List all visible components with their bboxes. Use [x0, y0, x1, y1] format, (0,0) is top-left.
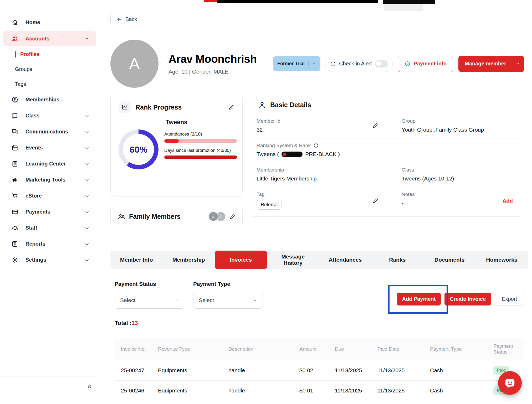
sidebar-item-class[interactable]: Class: [0, 108, 99, 124]
family-avatar: Z: [208, 211, 218, 221]
info-icon[interactable]: [313, 143, 319, 148]
chevron-down-icon: [84, 177, 90, 183]
screen-artifact-bar-2: [383, 0, 435, 4]
edit-family-pencil-icon[interactable]: [229, 214, 236, 220]
tab-invoices[interactable]: Invoices: [215, 251, 267, 269]
active-indicator-bar: [15, 51, 16, 58]
table-row[interactable]: 25-00247 Equipments handle $0.02 11/13/2…: [115, 360, 524, 381]
tab-documents[interactable]: Documents: [423, 251, 476, 269]
back-arrow-icon: [116, 17, 122, 22]
detail-row-ranking: Ranking System & Rank Tweens ( PRE-BLACK…: [250, 138, 524, 163]
sidebar-item-label: Communications: [25, 129, 68, 135]
info-icon[interactable]: [330, 61, 336, 67]
add-payment-button[interactable]: Add Payment: [397, 293, 441, 305]
sidebar-item-label: Reports: [25, 241, 45, 247]
edit-member-id-pencil-icon[interactable]: [372, 123, 378, 129]
sidebar-item-home[interactable]: Home: [0, 14, 99, 30]
family-group-icon: [117, 213, 125, 220]
chevron-down-icon: [84, 145, 90, 151]
sidebar-item-learning-center[interactable]: Learning Center: [0, 156, 99, 172]
sidebar-item-profiles[interactable]: Profiles: [0, 47, 99, 62]
checkin-alert-label: Check-in Alert: [339, 61, 372, 67]
payment-type-select[interactable]: Select: [193, 292, 263, 309]
tab-member-info[interactable]: Member Info: [110, 251, 163, 269]
sidebar-item-payments[interactable]: Payments: [0, 204, 99, 220]
page-title: Arav Moonchrish: [168, 53, 257, 65]
invoice-total: Total :13: [115, 320, 524, 327]
payment-info-button[interactable]: Payment info: [398, 56, 453, 72]
tag-label: Tag: [257, 191, 387, 197]
add-notes-link[interactable]: Add: [503, 198, 513, 204]
notes-label: Notes: [402, 191, 516, 197]
class-value: Tweens (Ages 10-12): [402, 175, 516, 182]
create-invoice-button[interactable]: Create Invoice: [444, 293, 491, 305]
person-icon: [258, 101, 266, 109]
status-label: Former Trial: [277, 61, 305, 66]
manage-member-label: Manage member: [465, 61, 506, 67]
invoice-table-header: Invoice No. Revenue Type Description Amo…: [115, 338, 524, 360]
chevron-up-icon: [84, 36, 90, 41]
rank-donut: 60%: [119, 130, 158, 169]
sidebar-item-estore[interactable]: eStore: [0, 188, 99, 204]
edit-rank-pencil-icon[interactable]: [228, 104, 234, 110]
profile-header: A Arav Moonchrish Age: 10 | Gender: MALE…: [110, 40, 524, 88]
ranking-system-value: Tweens (: [257, 151, 279, 157]
screen-artifact-red: [204, 0, 217, 2]
member-id-label: Member Id: [257, 118, 387, 124]
member-status-dropdown[interactable]: Former Trial: [273, 56, 320, 71]
sidebar-item-communications[interactable]: Communications: [0, 124, 99, 140]
manage-member-button[interactable]: Manage member: [458, 56, 524, 72]
rank-progress-card: Rank Progress Tweens 60% Attendances (2/…: [110, 94, 243, 196]
screen-artifact-bar-1: [217, 0, 378, 3]
payment-info-label: Payment info: [414, 61, 447, 67]
tab-attendances[interactable]: Attendances: [319, 251, 371, 269]
table-row[interactable]: 25-00245 Equipments handle $0.01 11/13/2…: [115, 401, 524, 404]
back-button[interactable]: Back: [110, 14, 143, 25]
promotion-bar: [164, 156, 237, 159]
edit-tag-pencil-icon[interactable]: [372, 198, 378, 204]
support-chat-button[interactable]: [498, 371, 522, 395]
megaphone-icon: [11, 176, 19, 183]
sidebar-item-accounts[interactable]: Accounts: [3, 31, 96, 46]
chevron-down-icon: [84, 209, 90, 215]
detail-row-tag-notes: Tag Referral Notes - Add: [250, 187, 524, 215]
tab-ranks[interactable]: Ranks: [371, 251, 424, 269]
sidebar-item-staff[interactable]: Staff: [0, 220, 99, 236]
tab-membership[interactable]: Membership: [163, 251, 215, 269]
sidebar-item-label: Marketing Tools: [25, 177, 65, 183]
checkin-alert-toggle[interactable]: [375, 60, 388, 68]
profile-tab-bar: Member Info Membership Invoices Message …: [110, 251, 528, 269]
header-actions: Former Trial Check-in Alert Payment info: [273, 56, 524, 72]
table-row[interactable]: 25-00246 Equipments handle $0.01 11/13/2…: [115, 381, 524, 401]
sidebar-item-groups[interactable]: Groups: [0, 62, 99, 77]
payment-status-select[interactable]: Select: [115, 292, 184, 309]
sidebar: Home Accounts Profiles Groups Tags Membe…: [0, 0, 99, 404]
chat-bubbles-icon: [11, 128, 19, 135]
sidebar-item-label: Memberships: [25, 97, 59, 103]
tab-message-history[interactable]: Message History: [267, 251, 319, 269]
membership-label: Membership: [257, 167, 387, 173]
chevron-down-icon: [84, 193, 90, 199]
group-label: Group: [402, 118, 516, 124]
book-icon: [11, 112, 19, 119]
sidebar-item-label: Groups: [15, 66, 32, 72]
tab-homeworks[interactable]: Homeworks: [476, 251, 528, 269]
sidebar-item-settings[interactable]: Settings: [0, 252, 99, 268]
payment-status-filter-label: Payment Status: [115, 281, 184, 287]
invoice-table: Invoice No. Revenue Type Description Amo…: [115, 338, 524, 404]
sidebar-item-label: eStore: [25, 193, 42, 199]
sidebar-item-label: Payments: [25, 209, 50, 215]
family-members-title: Family Members: [129, 213, 181, 220]
sidebar-item-events[interactable]: Events: [0, 140, 99, 156]
export-button[interactable]: Export: [495, 293, 524, 305]
membership-person-icon: [11, 96, 19, 103]
sidebar-item-memberships[interactable]: Memberships: [0, 92, 99, 108]
sidebar-collapse-button[interactable]: «: [87, 382, 92, 390]
detail-row-membership-class: Membership Little Tigers Membership Clas…: [250, 163, 524, 187]
name-block: Arav Moonchrish Age: 10 | Gender: MALE: [168, 53, 257, 75]
checkin-alert-pill: Check-in Alert: [326, 56, 393, 72]
sidebar-item-reports[interactable]: Reports: [0, 236, 99, 252]
notes-value: -: [402, 200, 516, 206]
sidebar-item-tags[interactable]: Tags: [0, 77, 99, 92]
sidebar-item-marketing-tools[interactable]: Marketing Tools: [0, 172, 99, 188]
